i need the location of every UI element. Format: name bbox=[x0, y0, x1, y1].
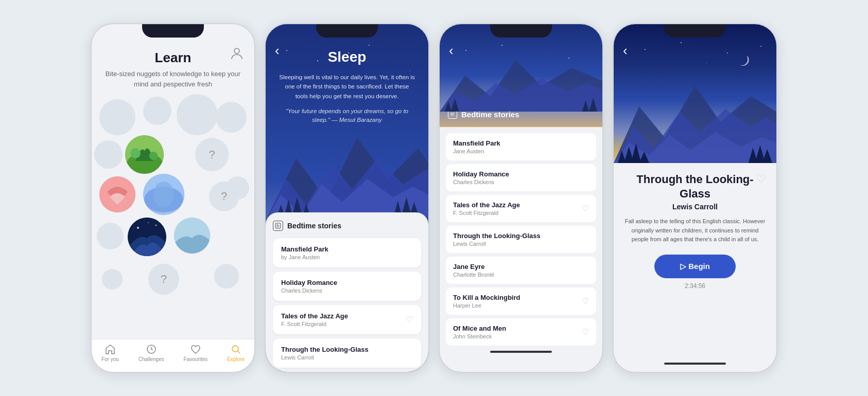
list-author-3: Lewis Carroll bbox=[453, 241, 541, 247]
nav-challenges-label: Challenges bbox=[138, 356, 164, 362]
section-icon bbox=[273, 221, 283, 231]
bubble-q3: ? bbox=[148, 264, 179, 295]
back-button[interactable]: ‹ bbox=[275, 43, 280, 59]
begin-label: ▷ Begin bbox=[680, 262, 710, 271]
list-item-0[interactable]: Mansfield Park Jane Austen bbox=[446, 133, 596, 160]
avatar-icon[interactable] bbox=[230, 46, 244, 60]
screen-stories-list: ‹ Bedtime stories bbox=[439, 23, 603, 373]
heart-filled-2[interactable]: ♡ bbox=[406, 315, 413, 325]
story-title-3: Through the Looking-Glass bbox=[281, 346, 369, 353]
list-item-1[interactable]: Holiday Romance Charles Dickens bbox=[446, 164, 596, 191]
back-button-detail[interactable]: ‹ bbox=[623, 43, 628, 59]
list-item-6[interactable]: Of Mice and Men John Steinbeck ♡ bbox=[446, 318, 596, 346]
list-title-0: Mansfield Park bbox=[453, 139, 500, 147]
story-title-1: Holiday Romance bbox=[281, 279, 337, 286]
detail-lower: ♡ Through the Looking-Glass Lewis Carrol… bbox=[614, 163, 776, 372]
svg-point-10 bbox=[137, 227, 139, 229]
notch bbox=[142, 24, 204, 38]
list-title-3: Through the Looking-Glass bbox=[453, 232, 541, 240]
stories-list: Mansfield Park Jane Austen Holiday Roman… bbox=[440, 127, 602, 372]
begin-button[interactable]: ▷ Begin bbox=[654, 255, 736, 278]
svg-point-4 bbox=[149, 152, 158, 160]
moon-icon bbox=[737, 52, 752, 69]
list-item-3[interactable]: Through the Looking-Glass Lewis Carroll bbox=[446, 226, 596, 253]
heart-icon-nav bbox=[190, 344, 201, 355]
list-author-2: F. Scott Fitzgerald bbox=[453, 210, 520, 216]
bubble-6 bbox=[94, 140, 123, 169]
star-d1 bbox=[645, 49, 646, 50]
notch bbox=[664, 24, 726, 38]
section-header: Bedtime stories bbox=[273, 221, 421, 231]
bubble-1 bbox=[99, 99, 135, 135]
sleep-stories-panel: Bedtime stories Mansfield Park by Jane A… bbox=[266, 212, 428, 372]
detail-header-bg: ‹ bbox=[614, 24, 776, 163]
heart-icon-2[interactable]: ♡ bbox=[582, 204, 589, 213]
page-subtitle: Bite-sized nuggets of knowledge to keep … bbox=[102, 69, 244, 89]
heart-icon-5[interactable]: ♡ bbox=[582, 296, 589, 306]
story-title-2: Tales of the Jazz Age bbox=[281, 312, 348, 320]
list-author-1: Charles Dickens bbox=[453, 179, 509, 185]
duration-display: 2:34:56 bbox=[685, 282, 705, 290]
list-title-6: Of Mice and Men bbox=[453, 325, 506, 332]
svg-point-15 bbox=[232, 346, 238, 352]
bubble-lightblue[interactable] bbox=[174, 218, 210, 254]
sleep-title: Sleep bbox=[278, 49, 416, 65]
bubble-blue[interactable] bbox=[143, 174, 184, 215]
bubble-17 bbox=[214, 264, 239, 289]
mountains-detail bbox=[614, 70, 776, 163]
sleep-quote: "Your future depends on your dreams, so … bbox=[278, 107, 416, 125]
nav-explore-label: Explore bbox=[227, 356, 245, 362]
list-author-5: Harper Lee bbox=[453, 302, 520, 309]
book-title: Through the Looking-Glass bbox=[624, 172, 766, 201]
svg-point-3 bbox=[130, 148, 141, 158]
bubble-4 bbox=[216, 102, 247, 133]
sleep-header: Sleep Sleeping well is vital to our dail… bbox=[266, 24, 428, 133]
bubble-nature[interactable] bbox=[125, 135, 164, 174]
nav-favourites-label: Favourites bbox=[184, 356, 208, 362]
svg-point-11 bbox=[155, 225, 157, 226]
notch bbox=[316, 24, 378, 38]
story-author-0: by Jane Austen bbox=[281, 254, 328, 260]
nav-for-you[interactable]: For you bbox=[101, 344, 119, 367]
list-item-4[interactable]: Jane Eyre Charlotte Brontë bbox=[446, 257, 596, 284]
bubble-pink[interactable] bbox=[99, 176, 135, 212]
list-title-1: Holiday Romance bbox=[453, 170, 509, 178]
bottom-nav: For you Challenges bbox=[92, 339, 254, 372]
story-card-1[interactable]: Holiday Romance Charles Dickens bbox=[273, 272, 421, 301]
nav-challenges[interactable]: Challenges bbox=[138, 344, 164, 367]
list-title-2: Tales of the Jazz Age bbox=[453, 201, 520, 209]
screen-book-detail: ‹ bbox=[613, 23, 777, 373]
bubble-16 bbox=[102, 269, 123, 290]
story-card-0[interactable]: Mansfield Park by Jane Austen bbox=[273, 238, 421, 267]
screen-learn: Learn Bite-sized nuggets of knowledge to… bbox=[91, 23, 255, 373]
heart-icon-6[interactable]: ♡ bbox=[582, 327, 589, 337]
home-indicator bbox=[664, 363, 726, 365]
star-d4 bbox=[706, 63, 707, 63]
story-card-3[interactable]: Through the Looking-Glass Lewis Carroll bbox=[273, 338, 421, 368]
star-d2 bbox=[681, 42, 682, 43]
list-title-5: To Kill a Mockingbird bbox=[453, 294, 520, 301]
bubble-darkblue[interactable] bbox=[128, 218, 166, 256]
svg-point-12 bbox=[148, 222, 149, 223]
star-d5 bbox=[760, 46, 761, 47]
screen-sleep: ‹ Sleep Sleeping well is vital to our da… bbox=[265, 23, 429, 373]
list-author-0: Jane Austen bbox=[453, 148, 500, 154]
story-card-2[interactable]: Tales of the Jazz Age F. Scott Fitzgeral… bbox=[273, 305, 421, 334]
bubble-3 bbox=[177, 94, 218, 135]
bubbles-area: ? ? bbox=[92, 94, 254, 339]
bubble-q1: ? bbox=[195, 138, 229, 171]
nav-for-you-label: For you bbox=[101, 356, 119, 362]
favourite-heart[interactable]: ♡ bbox=[756, 172, 766, 186]
section-title: Bedtime stories bbox=[287, 222, 341, 230]
nav-favourites[interactable]: Favourites bbox=[184, 344, 208, 367]
list-item-5[interactable]: To Kill a Mockingbird Harper Lee ♡ bbox=[446, 287, 596, 315]
star-d3 bbox=[727, 52, 728, 53]
home-indicator bbox=[490, 351, 552, 353]
explore-icon bbox=[230, 344, 241, 355]
nav-explore[interactable]: Explore bbox=[227, 344, 245, 367]
list-author-6: John Steinbeck bbox=[453, 333, 506, 339]
mountains-small bbox=[440, 50, 602, 112]
bubble-14 bbox=[97, 223, 124, 249]
star-b bbox=[501, 45, 502, 46]
list-item-2[interactable]: Tales of the Jazz Age F. Scott Fitzgeral… bbox=[446, 195, 596, 222]
